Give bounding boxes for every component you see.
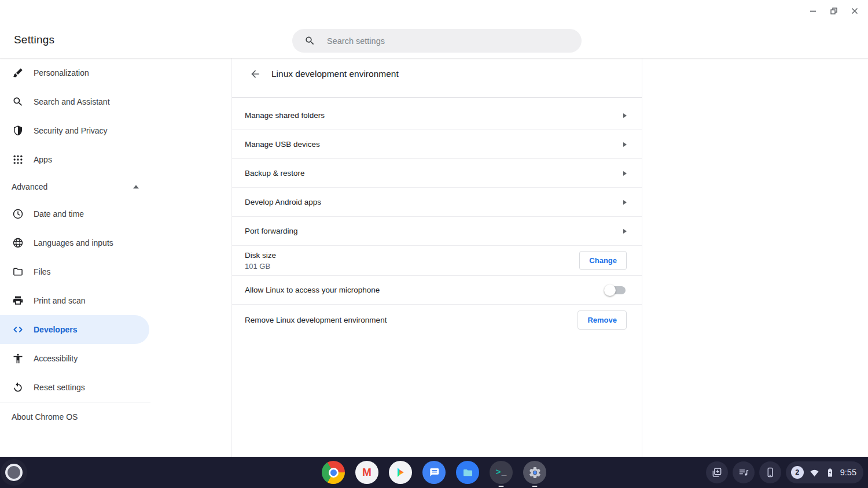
gmail-icon[interactable]: M [355,461,378,484]
status-tray[interactable]: 2 9:55 [786,461,863,483]
sidebar-item-print-and-scan[interactable]: Print and scan [0,286,231,315]
panel-header: Linux development environment [232,58,642,98]
right-filler [642,58,868,457]
folder-shape [462,467,474,479]
launcher-button[interactable] [5,464,23,481]
row-manage-usb-devices[interactable]: Manage USB devices [232,130,642,159]
restore-button[interactable] [827,5,840,17]
media-controls-icon [738,467,749,478]
change-disk-size-button[interactable]: Change [579,251,627,270]
row-port-forwarding[interactable]: Port forwarding [232,217,642,246]
magnifier-icon [304,35,315,46]
microphone-label: Allow Linux to access your microphone [245,286,606,294]
sidebar-item-label: Security and Privacy [34,126,108,135]
phone-hub-icon [764,467,776,478]
disk-size-label: Disk size [245,251,579,260]
sidebar-item-about-chrome-os[interactable]: About Chrome OS [0,402,231,431]
sidebar-item-reset-settings[interactable]: Reset settings [0,373,231,402]
chevron-right-icon [623,200,627,205]
folder-icon [12,265,24,278]
sidebar-item-search-and-assistant[interactable]: Search and Assistant [0,87,231,116]
wifi-icon [809,467,820,478]
advanced-label: Advanced [12,182,133,191]
row-label: Port forwarding [245,227,623,235]
accessibility-icon [12,352,24,365]
window-controls [807,5,861,17]
row-label: Develop Android apps [245,198,623,206]
printer-icon [12,294,24,307]
screen-capture-button[interactable] [706,461,728,483]
sidebar-item-languages-and-inputs[interactable]: Languages and inputs [0,228,231,257]
shelf: M > _ [0,457,868,488]
chevron-right-icon [623,171,627,176]
sidebar-advanced-toggle[interactable]: Advanced [0,174,231,199]
shelf-apps: M > _ [322,461,546,484]
microphone-toggle[interactable] [606,286,626,294]
row-label: Backup & restore [245,169,623,178]
status-area: 2 9:55 [706,461,863,483]
sidebar-item-developers[interactable]: Developers [0,315,149,344]
row-remove-linux: Remove Linux development environment Rem… [232,305,642,335]
sidebar-item-personalization[interactable]: Personalization [0,58,231,87]
terminal-cursor-glyph: _ [502,468,507,478]
sidebar-item-label: Developers [34,325,77,334]
search-input[interactable]: Search settings [292,29,582,53]
app-title: Settings [14,34,54,46]
caret-up-icon [133,185,139,188]
media-controls-button[interactable] [733,461,755,483]
sidebar-item-label: Personalization [34,68,89,77]
row-manage-shared-folders[interactable]: Manage shared folders [232,101,642,130]
app-header: Settings Search settings [0,0,868,58]
sidebar-item-label: Reset settings [34,383,85,392]
minimize-button[interactable] [807,5,819,17]
row-label: Manage shared folders [245,111,623,120]
toggle-knob [604,284,616,296]
sidebar-item-accessibility[interactable]: Accessibility [0,344,231,373]
row-label: Manage USB devices [245,140,623,149]
code-icon [12,323,24,336]
sidebar-item-label: Search and Assistant [34,97,110,106]
files-icon[interactable] [456,461,479,484]
page-title: Linux development environment [271,69,399,79]
row-develop-android-apps[interactable]: Develop Android apps [232,188,642,217]
disk-size-value: 101 GB [245,262,579,271]
back-arrow-icon[interactable] [249,68,262,80]
phone-hub-button[interactable] [759,461,781,483]
settings-icon[interactable] [523,461,546,484]
chrome-icon[interactable] [322,461,345,484]
chat-bubble [428,467,440,478]
sidebar-item-security-and-privacy[interactable]: Security and Privacy [0,116,231,145]
row-backup-and-restore[interactable]: Backup & restore [232,159,642,188]
gmail-glyph: M [362,466,372,479]
clock-time: 9:55 [840,468,856,477]
terminal-icon[interactable]: > _ [490,461,513,484]
chevron-right-icon [623,113,627,118]
search-placeholder: Search settings [327,36,385,46]
messages-icon[interactable] [422,461,446,484]
sidebar-item-label: Date and time [34,209,84,219]
sidebar-item-label: Files [34,267,51,276]
sidebar-item-files[interactable]: Files [0,257,231,286]
terminal-prompt-glyph: > [495,468,501,478]
sidebar-item-date-and-time[interactable]: Date and time [0,199,231,228]
remove-linux-label: Remove Linux development environment [245,316,578,324]
sidebar: Personalization Search and Assistant Sec… [0,58,231,457]
sidebar-item-label: Print and scan [34,296,86,305]
close-button[interactable] [848,5,861,17]
play-store-icon[interactable] [389,461,412,484]
row-microphone-access: Allow Linux to access your microphone [232,276,642,305]
clock-icon [12,208,24,220]
remove-linux-button[interactable]: Remove [578,310,627,330]
row-disk-size: Disk size 101 GB Change [232,246,642,276]
linux-settings-panel: Linux development environment Manage sha… [231,58,642,457]
search-icon [12,95,24,108]
sidebar-item-label: Apps [34,155,52,164]
screen-capture-icon [711,467,723,478]
reset-icon [12,381,24,394]
gear-glyph [528,466,542,479]
sidebar-item-label: Languages and inputs [34,238,113,247]
sidebar-item-apps[interactable]: Apps [0,145,231,174]
brush-icon [12,66,24,79]
sidebar-item-label: Accessibility [34,354,78,363]
shield-icon [12,124,24,137]
